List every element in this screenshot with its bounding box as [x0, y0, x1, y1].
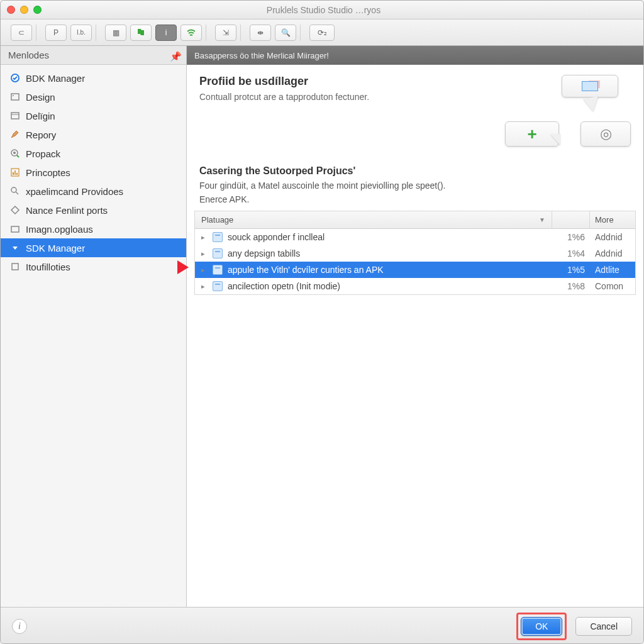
- hero-card-window-icon: [562, 75, 618, 97]
- svg-point-6: [13, 152, 16, 154]
- toolbar-grid-icon[interactable]: ▦: [105, 25, 126, 41]
- page-subtitle: Contuall protcut are a tapproduton fectu…: [199, 92, 369, 102]
- toolbar-flag-icon[interactable]: [130, 25, 152, 41]
- hero: Profiid be usdíllager Contuall protcut a…: [187, 65, 643, 157]
- svg-rect-1: [11, 94, 19, 100]
- toolbar-back-icon[interactable]: ⊂: [11, 25, 32, 41]
- hero-card-target-icon: [580, 121, 631, 147]
- sidebar-item-itoufilloties[interactable]: Itoufilloties: [1, 257, 186, 276]
- row-name: ancilection opetn (Init modie): [228, 281, 340, 291]
- sidebar-item-label: Itoufilloties: [26, 262, 70, 272]
- svg-point-11: [11, 187, 16, 192]
- file-icon: [213, 232, 223, 242]
- toolbar: ⊂ P I.b. ▦ i ⇲ ⇼ 🔍 ⟳₂: [1, 19, 643, 46]
- minimize-window-icon[interactable]: [20, 6, 28, 14]
- row-action: Adtlite: [590, 262, 635, 278]
- ok-button[interactable]: OK: [521, 617, 562, 636]
- toolbar-ib-icon[interactable]: I.b.: [70, 25, 92, 41]
- sidebar-item-providers[interactable]: xpaelimcand Providoes: [1, 182, 186, 201]
- row-action: Addnid: [590, 245, 635, 262]
- toolbar-wifi-icon[interactable]: [180, 25, 202, 41]
- file-icon: [213, 265, 223, 275]
- folder-icon: [9, 223, 21, 235]
- sidebar-list: BDK Manager Design Delïgin Repory Propac…: [1, 65, 186, 280]
- toolbar-export-icon[interactable]: ⇲: [215, 25, 236, 41]
- row-version: 1%5: [552, 262, 590, 278]
- chart-icon: [9, 167, 21, 178]
- table-header: Platuage ▼ More: [195, 211, 635, 229]
- ok-highlight-box: OK: [516, 613, 567, 640]
- window-title: Pruklels Studio Studio …ryos: [42, 5, 606, 15]
- column-header-name[interactable]: Platuage ▼: [195, 211, 552, 228]
- row-name: souck apponder f inclleal: [228, 232, 325, 242]
- sidebar-item-princoptes[interactable]: Princoptes: [1, 163, 186, 182]
- svg-rect-12: [11, 226, 19, 232]
- window-controls: [7, 6, 42, 14]
- packages-table: Platuage ▼ More souck apponder f incllea…: [194, 211, 636, 295]
- sidebar-item-bdk-manager[interactable]: BDK Manager: [1, 69, 186, 87]
- hero-speech-tail2-icon: [550, 134, 560, 149]
- column-header-name-label: Platuage: [201, 215, 233, 225]
- row-version: 1%8: [552, 278, 590, 294]
- sidebar-item-label: Nance Fenlint ports: [26, 205, 108, 216]
- page-title: Profiid be usdíllager: [199, 75, 369, 88]
- row-name: appule the Vitln' dcvíler cuntiers an AP…: [228, 265, 384, 275]
- down-triangle-icon: [9, 242, 21, 253]
- zoom-window-icon[interactable]: [33, 6, 42, 14]
- sidebar-title: Menlodes: [8, 50, 49, 60]
- gear-plus-icon: [9, 148, 21, 159]
- file-icon: [213, 248, 223, 258]
- sidebar-item-deligin[interactable]: Delïgin: [1, 106, 186, 125]
- square-icon: [9, 91, 21, 103]
- pen-icon: [9, 129, 21, 140]
- toolbar-p-icon[interactable]: P: [45, 25, 67, 41]
- file-icon: [213, 281, 223, 291]
- row-version: 1%4: [552, 245, 590, 262]
- table-row[interactable]: souck apponder f inclleal 1%6 Addnid: [195, 229, 635, 245]
- sidebar-item-imagn[interactable]: Imagn.opgloaus: [1, 219, 186, 238]
- table-row[interactable]: any depsign tabills 1%4 Addnid: [195, 245, 635, 262]
- sidebar-item-label: Propack: [26, 148, 60, 159]
- sidebar-item-design[interactable]: Design: [1, 87, 186, 106]
- section-title: Casering the Sutoorped Projucs': [199, 165, 631, 177]
- toolbar-search-icon[interactable]: 🔍: [275, 25, 296, 41]
- toolbar-refresh-icon[interactable]: ⟳₂: [309, 25, 335, 41]
- window-icon: [9, 110, 21, 121]
- row-name: any depsign tabills: [228, 248, 300, 258]
- footer: i OK Cancel: [1, 607, 643, 644]
- column-header-more-label: More: [595, 215, 614, 225]
- row-version: 1%6: [552, 229, 590, 245]
- breadcrumb: Basapperss öo thie Merlical Miirager!: [187, 46, 643, 65]
- callout-arrow-icon: [177, 260, 189, 274]
- titlebar: Pruklels Studio Studio …ryos: [1, 1, 643, 19]
- table-row[interactable]: ancilection opetn (Init modie) 1%8 Comon: [195, 278, 635, 294]
- sidebar-item-sdk-manager[interactable]: SDK Manager: [1, 238, 186, 257]
- svg-point-2: [13, 95, 14, 96]
- content-pane: Basapperss öo thie Merlical Miirager! Pr…: [187, 46, 643, 607]
- toolbar-nosignal-icon[interactable]: ⇼: [250, 25, 271, 41]
- sidebar-item-label: SDK Manager: [26, 243, 85, 253]
- sidebar-item-label: xpaelimcand Providoes: [26, 186, 123, 197]
- section-line-2: Enerce APK.: [199, 194, 631, 204]
- svg-rect-10: [16, 173, 18, 175]
- column-header-version[interactable]: [552, 211, 590, 228]
- sidebar-item-propack[interactable]: Propack: [1, 144, 186, 163]
- sidebar-item-label: Imagn.opgloaus: [26, 224, 93, 235]
- svg-rect-3: [11, 113, 19, 119]
- section-intro: Casering the Sutoorped Projucs' Four gin…: [187, 157, 643, 206]
- column-header-more[interactable]: More: [590, 211, 635, 228]
- sidebar-item-ports[interactable]: Nance Fenlint ports: [1, 201, 186, 219]
- sidebar-item-repory[interactable]: Repory: [1, 125, 186, 144]
- svg-rect-8: [13, 172, 14, 175]
- cancel-button[interactable]: Cancel: [575, 617, 632, 636]
- close-window-icon[interactable]: [7, 6, 15, 14]
- check-circle-icon: [9, 72, 21, 84]
- info-button[interactable]: i: [12, 619, 27, 634]
- sidebar-item-label: Delïgin: [26, 111, 55, 121]
- row-action: Comon: [590, 278, 635, 294]
- box-icon: [9, 261, 21, 272]
- table-row[interactable]: appule the Vitln' dcvíler cuntiers an AP…: [195, 262, 635, 278]
- toolbar-info-icon[interactable]: i: [155, 25, 177, 41]
- pin-icon[interactable]: 📌: [170, 51, 179, 60]
- row-action: Addnid: [590, 229, 635, 245]
